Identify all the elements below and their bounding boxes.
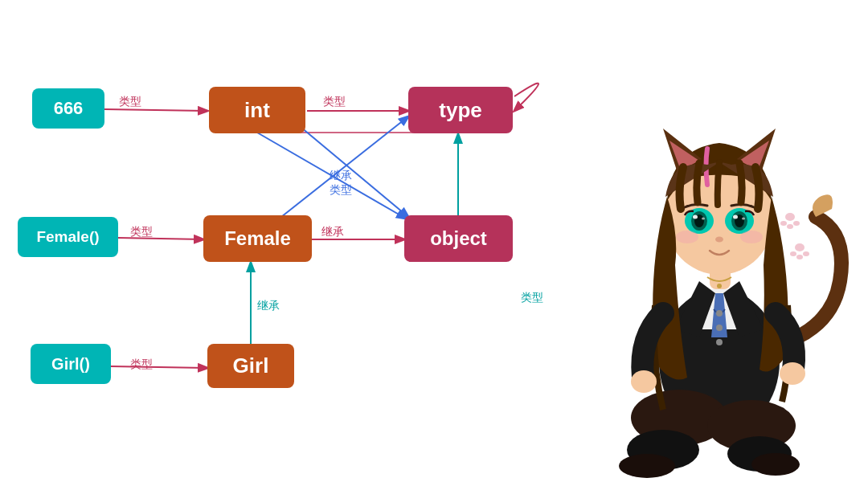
svg-point-43 [693, 215, 698, 219]
label-666-int: 类型 [119, 95, 141, 109]
svg-point-14 [793, 221, 800, 226]
svg-point-49 [742, 218, 745, 220]
svg-line-7 [110, 366, 207, 368]
node-object: object [404, 215, 513, 262]
svg-point-50 [715, 237, 723, 243]
svg-point-16 [790, 251, 796, 256]
label-female-object: 继承 [321, 225, 344, 239]
svg-point-44 [702, 218, 705, 220]
node-type: type [408, 87, 513, 133]
label-girlcall-girl: 类型 [130, 357, 153, 372]
node-int: int [209, 87, 305, 133]
svg-point-18 [803, 251, 809, 256]
anime-area [571, 0, 868, 482]
svg-point-51 [676, 231, 698, 243]
node-girl: Girl [207, 344, 294, 388]
node-female: Female [203, 215, 312, 262]
label-girl-female-inherit: 继承 [257, 299, 280, 313]
label-femalecall-female: 类型 [130, 225, 153, 239]
svg-point-31 [716, 325, 723, 331]
svg-point-32 [716, 339, 723, 345]
svg-point-25 [751, 453, 800, 476]
label-inherit-diagonal1: 继承 [330, 169, 352, 183]
svg-point-12 [780, 221, 787, 226]
anime-character [583, 24, 856, 482]
svg-point-11 [785, 213, 795, 221]
node-666: 666 [32, 88, 104, 129]
label-int-type: 类型 [323, 95, 346, 109]
svg-point-15 [795, 243, 805, 251]
node-girl-call: Girl() [31, 344, 111, 384]
svg-point-30 [716, 310, 723, 317]
svg-point-54 [780, 362, 805, 385]
svg-point-34 [717, 284, 722, 288]
diagram-area: 666 int type Female() Female object Girl… [0, 0, 587, 482]
svg-point-48 [733, 215, 738, 219]
node-female-call: Female() [18, 217, 118, 257]
svg-point-52 [740, 231, 763, 243]
label-object-type: 类型 [521, 291, 543, 305]
svg-point-53 [631, 370, 657, 393]
svg-point-24 [619, 454, 675, 478]
label-type-diagonal1: 类型 [330, 183, 352, 198]
svg-point-17 [796, 255, 803, 259]
svg-line-0 [104, 109, 207, 111]
svg-point-13 [787, 224, 793, 229]
